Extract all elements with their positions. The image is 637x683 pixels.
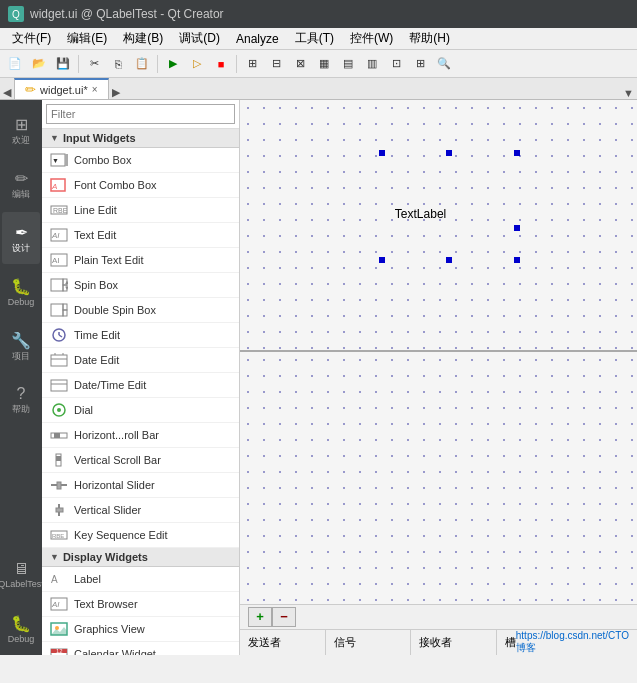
canvas-upper[interactable]: TextLabel bbox=[240, 100, 637, 352]
tab-scroll-right[interactable]: ▶ bbox=[109, 86, 123, 99]
toolbar-new[interactable]: 📄 bbox=[4, 53, 26, 75]
signal-link[interactable]: https://blog.csdn.net/CTO博客 bbox=[516, 630, 629, 655]
widget-combo-box-label: Combo Box bbox=[74, 154, 131, 166]
toolbar-save[interactable]: 💾 bbox=[52, 53, 74, 75]
tool-debug2[interactable]: 🐛 Debug bbox=[2, 603, 40, 655]
resize-handle-5[interactable] bbox=[379, 257, 385, 263]
toolbar-run[interactable]: ▶ bbox=[162, 53, 184, 75]
svg-line-21 bbox=[59, 335, 62, 337]
toolbar-layout5[interactable]: ▤ bbox=[337, 53, 359, 75]
resize-handle-1[interactable] bbox=[379, 150, 385, 156]
menu-analyze[interactable]: Analyze bbox=[228, 30, 287, 48]
menu-edit[interactable]: 编辑(E) bbox=[59, 28, 115, 49]
toolbar-cut[interactable]: ✂ bbox=[83, 53, 105, 75]
display-widgets-arrow: ▼ bbox=[50, 552, 59, 562]
widget-date-edit[interactable]: Date Edit bbox=[42, 348, 239, 373]
tool-welcome[interactable]: ⊞ 欢迎 bbox=[2, 104, 40, 156]
tool-edit[interactable]: ✏ 编辑 bbox=[2, 158, 40, 210]
toolbar-layout2[interactable]: ⊟ bbox=[265, 53, 287, 75]
tool-project[interactable]: 🔧 项目 bbox=[2, 320, 40, 372]
welcome-icon: ⊞ bbox=[15, 115, 28, 134]
svg-text:AI: AI bbox=[51, 231, 60, 240]
widget-vertical-slider[interactable]: Vertical Slider bbox=[42, 498, 239, 523]
widget-horizontal-scroll-bar[interactable]: Horizont...roll Bar bbox=[42, 423, 239, 448]
toolbar-layout7[interactable]: ⊡ bbox=[385, 53, 407, 75]
widget-font-combo-box[interactable]: A Font Combo Box bbox=[42, 173, 239, 198]
widget-horizontal-slider[interactable]: Horizontal Slider bbox=[42, 473, 239, 498]
toolbar-layout4[interactable]: ▦ bbox=[313, 53, 335, 75]
tab-menu-btn[interactable]: ▼ bbox=[620, 87, 637, 99]
toolbar-debug-run[interactable]: ▷ bbox=[186, 53, 208, 75]
time-edit-icon bbox=[50, 326, 68, 344]
widget-combo-box[interactable]: ▼ Combo Box bbox=[42, 148, 239, 173]
menu-file[interactable]: 文件(F) bbox=[4, 28, 59, 49]
dial-icon bbox=[50, 401, 68, 419]
tool-design-label: 设计 bbox=[12, 244, 30, 254]
widget-calendar-widget[interactable]: 12 Calendar Widget bbox=[42, 642, 239, 655]
resize-handle-3[interactable] bbox=[514, 150, 520, 156]
toolbar-layout3[interactable]: ⊠ bbox=[289, 53, 311, 75]
widget-list: ▼ Input Widgets ▼ Combo Box A Font Combo… bbox=[42, 129, 239, 655]
tab-close-btn[interactable]: × bbox=[92, 84, 98, 95]
widget-vertical-scroll-bar[interactable]: Vertical Scroll Bar bbox=[42, 448, 239, 473]
resize-handle-2[interactable] bbox=[446, 150, 452, 156]
widget-dial-label: Dial bbox=[74, 404, 93, 416]
tool-qlabeltest[interactable]: 🖥 QLabelTest bbox=[2, 549, 40, 601]
resize-handle-4[interactable] bbox=[514, 225, 520, 231]
widget-double-spin-box[interactable]: Double Spin Box bbox=[42, 298, 239, 323]
bottom-bar: + − bbox=[240, 604, 637, 629]
toolbar-copy[interactable]: ⎘ bbox=[107, 53, 129, 75]
widget-graphics-view[interactable]: Graphics View bbox=[42, 617, 239, 642]
section-display-widgets[interactable]: ▼ Display Widgets bbox=[42, 548, 239, 567]
widget-filter-input[interactable] bbox=[46, 104, 235, 124]
svg-rect-22 bbox=[51, 355, 67, 366]
svg-text:A: A bbox=[51, 182, 57, 191]
widget-time-edit[interactable]: Time Edit bbox=[42, 323, 239, 348]
canvas-lower[interactable] bbox=[240, 352, 637, 604]
tool-help[interactable]: ? 帮助 bbox=[2, 374, 40, 426]
add-connection-btn[interactable]: + bbox=[248, 607, 272, 627]
resize-handle-6[interactable] bbox=[446, 257, 452, 263]
menu-build[interactable]: 构建(B) bbox=[115, 28, 171, 49]
svg-text:▼: ▼ bbox=[64, 285, 68, 291]
tab-label: widget.ui* bbox=[40, 84, 88, 96]
toolbar-paste[interactable]: 📋 bbox=[131, 53, 153, 75]
widget-spin-box[interactable]: ▲▼ Spin Box bbox=[42, 273, 239, 298]
svg-rect-11 bbox=[51, 279, 63, 291]
widget-text-browser[interactable]: AI Text Browser bbox=[42, 592, 239, 617]
toolbar-zoom[interactable]: 🔍 bbox=[433, 53, 455, 75]
date-edit-icon bbox=[50, 351, 68, 369]
section-input-widgets[interactable]: ▼ Input Widgets bbox=[42, 129, 239, 148]
tab-widget-ui[interactable]: ✏ widget.ui* × bbox=[14, 78, 109, 99]
widget-key-sequence-label: Key Sequence Edit bbox=[74, 529, 168, 541]
menu-debug[interactable]: 调试(D) bbox=[171, 28, 228, 49]
main-layout: ⊞ 欢迎 ✏ 编辑 ✒ 设计 🐛 Debug 🔧 项目 ? 帮助 🖥 QLabe… bbox=[0, 100, 637, 655]
widget-plain-text-edit[interactable]: AI Plain Text Edit bbox=[42, 248, 239, 273]
svg-rect-31 bbox=[54, 433, 60, 438]
widget-line-edit[interactable]: RBE Line Edit bbox=[42, 198, 239, 223]
widget-label[interactable]: A Label bbox=[42, 567, 239, 592]
widget-dial[interactable]: Dial bbox=[42, 398, 239, 423]
widget-datetime-edit[interactable]: Date/Time Edit bbox=[42, 373, 239, 398]
menu-tools[interactable]: 工具(T) bbox=[287, 28, 342, 49]
widget-key-sequence-edit[interactable]: RBE Key Sequence Edit bbox=[42, 523, 239, 548]
resize-handle-7[interactable] bbox=[514, 257, 520, 263]
tool-debug[interactable]: 🐛 Debug bbox=[2, 266, 40, 318]
toolbar-stop[interactable]: ■ bbox=[210, 53, 232, 75]
toolbar-layout1[interactable]: ⊞ bbox=[241, 53, 263, 75]
toolbar-layout6[interactable]: ▥ bbox=[361, 53, 383, 75]
canvas-label-widget[interactable]: TextLabel bbox=[391, 205, 450, 223]
tool-design[interactable]: ✒ 设计 bbox=[2, 212, 40, 264]
widget-calendar-label: Calendar Widget bbox=[74, 648, 156, 655]
toolbar-layout8[interactable]: ⊞ bbox=[409, 53, 431, 75]
debug2-icon: 🐛 bbox=[11, 614, 31, 633]
toolbar-open[interactable]: 📂 bbox=[28, 53, 50, 75]
tab-scroll-left[interactable]: ◀ bbox=[0, 86, 14, 99]
menu-help[interactable]: 帮助(H) bbox=[401, 28, 458, 49]
menu-widgets[interactable]: 控件(W) bbox=[342, 28, 401, 49]
remove-connection-btn[interactable]: − bbox=[272, 607, 296, 627]
signal-row: 发送者 信号 接收者 槽 https://blog.csdn.net/CTO博客 bbox=[240, 629, 637, 655]
widget-text-edit[interactable]: AI Text Edit bbox=[42, 223, 239, 248]
menu-bar: 文件(F) 编辑(E) 构建(B) 调试(D) Analyze 工具(T) 控件… bbox=[0, 28, 637, 50]
svg-text:RBE: RBE bbox=[53, 207, 68, 214]
